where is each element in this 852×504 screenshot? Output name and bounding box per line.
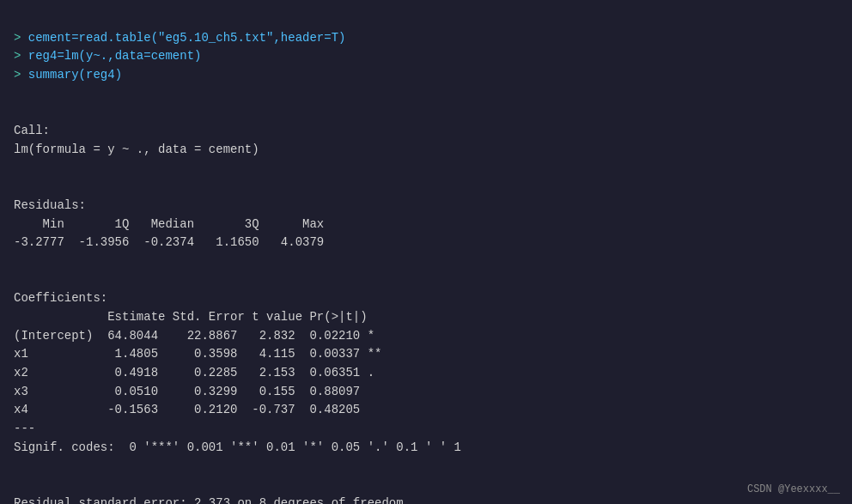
coeff-dashes: --- [14,422,35,435]
residual-se: Residual standard error: 2.373 on 8 degr… [14,496,404,504]
coeff-header: Coefficients: [14,291,107,305]
command-line-2: > reg4=lm(y~.,data=cement) [14,49,201,63]
blank-line-3 [14,273,21,287]
command-line-1: > cement=read.table("eg5.10_ch5.txt",hea… [14,31,345,45]
blank-line-4 [14,477,21,491]
prompt-1: > [14,31,28,45]
prompt-3: > [14,68,28,82]
coeff-x1: x1 1.4805 0.3598 4.115 0.00337 ** [14,347,381,361]
coeff-intercept: (Intercept) 64.8044 22.8867 2.832 0.0221… [14,329,374,343]
call-header: Call: [14,124,50,137]
blank-line-2 [14,179,21,193]
cmd-text-2: reg4=lm(y~.,data=cement) [28,49,202,63]
coeff-col: Estimate Std. Error t value Pr(>|t|) [14,310,368,324]
call-body: lm(formula = y ~ ., data = cement) [14,143,259,156]
prompt-2: > [14,49,28,63]
residuals-col: Min 1Q Median 3Q Max [14,217,324,231]
blank-line-1 [14,105,21,118]
residuals-header: Residuals: [14,198,86,212]
command-line-3: > summary(reg4) [14,68,122,82]
signif-codes: Signif. codes: 0 '***' 0.001 '**' 0.01 '… [14,440,461,454]
coeff-x3: x3 0.0510 0.3299 0.155 0.88097 [14,385,360,398]
residuals-vals: -3.2777 -1.3956 -0.2374 1.1650 4.0379 [14,235,324,249]
watermark: CSDN @Yeexxxx__ [747,483,840,495]
coeff-x4: x4 -0.1563 0.2120 -0.737 0.48205 [14,403,360,416]
cmd-text-1: cement=read.table("eg5.10_ch5.txt",heade… [28,31,346,45]
coeff-x2: x2 0.4918 0.2285 2.153 0.06351 . [14,366,374,380]
console-output: > cement=read.table("eg5.10_ch5.txt",hea… [14,10,838,504]
cmd-text-3: summary(reg4) [28,68,122,82]
